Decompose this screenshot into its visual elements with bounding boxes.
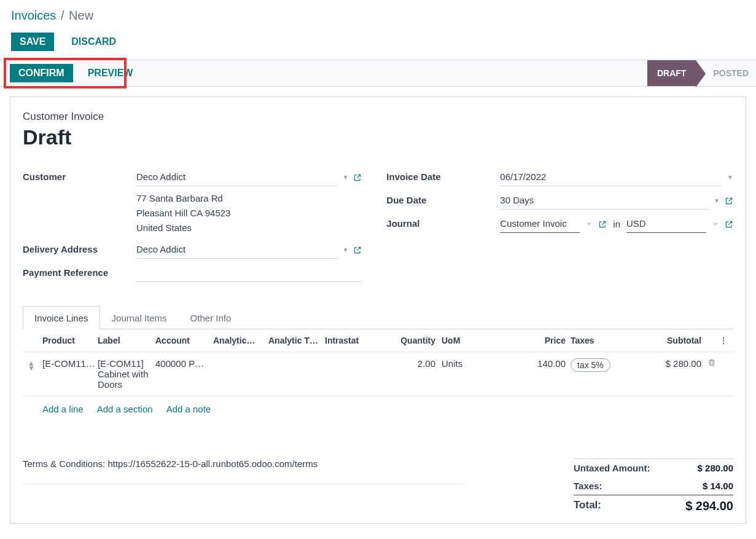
external-link-icon[interactable]: [353, 172, 362, 182]
terms-text[interactable]: Terms & Conditions: https://16552622-15-…: [23, 458, 465, 484]
stage-indicator: DRAFT POSTED: [647, 60, 756, 86]
status-bar: CONFIRM PREVIEW DRAFT POSTED: [0, 60, 756, 87]
cell-account[interactable]: 400000 P…: [155, 358, 213, 369]
invoice-type-label: Customer Invoice: [23, 111, 733, 123]
total-label: Total:: [574, 499, 601, 513]
add-links: Add a line Add a section Add a note: [23, 396, 733, 422]
total-value: $ 294.00: [685, 499, 733, 513]
save-button[interactable]: SAVE: [11, 33, 54, 51]
highlight-box: [4, 58, 127, 89]
invoice-date-label: Invoice Date: [386, 168, 500, 182]
due-date-label: Due Date: [386, 191, 500, 205]
drag-handle-icon[interactable]: ▲▼: [28, 358, 42, 371]
payref-input[interactable]: [136, 264, 362, 282]
journal-label: Journal: [386, 214, 500, 229]
delivery-label: Delivery Address: [23, 240, 136, 254]
delivery-select[interactable]: [136, 240, 337, 259]
col-uom[interactable]: UoM: [442, 336, 528, 345]
external-link-icon[interactable]: [353, 245, 362, 254]
chevron-down-icon[interactable]: ▼: [342, 246, 348, 253]
untaxed-value: $ 280.00: [698, 463, 733, 473]
taxes-total-value: $ 14.00: [703, 481, 733, 491]
customer-label: Customer: [23, 168, 136, 182]
external-link-icon[interactable]: [598, 219, 607, 229]
col-taxes[interactable]: Taxes: [571, 336, 632, 345]
cell-quantity[interactable]: 2.00: [380, 358, 442, 369]
add-line-link[interactable]: Add a line: [42, 404, 84, 414]
breadcrumb-root-link[interactable]: Invoices: [11, 9, 56, 22]
discard-button[interactable]: DISCARD: [63, 33, 125, 51]
add-section-link[interactable]: Add a section: [97, 404, 153, 414]
customer-address: 77 Santa Barbara Rd Pleasant Hill CA 945…: [136, 191, 230, 235]
grid-header: Product Label Account Analytic… Analytic…: [23, 329, 733, 352]
col-product[interactable]: Product: [42, 336, 98, 345]
journal-select[interactable]: [500, 214, 580, 233]
currency-select[interactable]: [626, 214, 706, 233]
col-label[interactable]: Label: [98, 336, 155, 345]
chevron-down-icon[interactable]: [712, 219, 719, 229]
cell-subtotal: $ 280.00: [632, 358, 705, 369]
chevron-down-icon[interactable]: [586, 219, 592, 229]
col-account[interactable]: Account: [155, 336, 213, 345]
kebab-icon[interactable]: ⋮: [719, 336, 728, 345]
taxes-total-label: Taxes:: [574, 481, 602, 491]
col-quantity[interactable]: Quantity: [380, 336, 442, 345]
cell-price[interactable]: 140.00: [528, 358, 571, 369]
col-intrastat[interactable]: Intrastat: [325, 336, 380, 345]
cell-label[interactable]: [E-COM11] Cabinet with Doors: [98, 358, 155, 390]
chevron-down-icon[interactable]: ▼: [714, 197, 720, 204]
breadcrumb: Invoices / New: [0, 0, 756, 26]
breadcrumb-sep: /: [60, 9, 66, 22]
untaxed-label: Untaxed Amount:: [574, 463, 650, 473]
form-sheet: Customer Invoice Draft Customer ▼ 77 San…: [10, 96, 746, 524]
col-analytic-tags[interactable]: Analytic T…: [268, 336, 325, 345]
stage-draft[interactable]: DRAFT: [647, 60, 696, 86]
invoice-date-input[interactable]: [500, 168, 722, 186]
cell-product[interactable]: [E-COM11…: [42, 358, 98, 369]
invoice-lines-grid: Product Label Account Analytic… Analytic…: [23, 329, 733, 422]
external-link-icon[interactable]: [725, 195, 733, 205]
cell-taxes[interactable]: tax 5%: [571, 358, 632, 372]
add-note-link[interactable]: Add a note: [166, 404, 211, 414]
page-title: Draft: [23, 125, 733, 149]
customer-select[interactable]: [136, 168, 337, 186]
external-link-icon[interactable]: [725, 219, 733, 229]
due-date-select[interactable]: [500, 191, 709, 210]
cell-uom[interactable]: Units: [442, 358, 528, 369]
delete-row-icon[interactable]: [705, 358, 719, 369]
chevron-down-icon[interactable]: ▼: [727, 174, 733, 181]
col-subtotal[interactable]: Subtotal: [632, 336, 705, 345]
col-analytic[interactable]: Analytic…: [213, 336, 268, 345]
tabs: Invoice Lines Journal Items Other Info: [23, 305, 733, 329]
table-row[interactable]: ▲▼ [E-COM11… [E-COM11] Cabinet with Door…: [23, 352, 733, 396]
breadcrumb-current: New: [69, 9, 93, 22]
journal-in-label: in: [613, 219, 620, 229]
totals: Untaxed Amount: $ 280.00 Taxes: $ 14.00 …: [574, 458, 733, 517]
toolbar: SAVE DISCARD: [0, 26, 756, 60]
payref-label: Payment Reference: [23, 264, 136, 278]
chevron-down-icon[interactable]: ▼: [342, 174, 348, 181]
tab-other-info[interactable]: Other Info: [179, 306, 243, 329]
tab-journal-items[interactable]: Journal Items: [100, 306, 179, 329]
tab-invoice-lines[interactable]: Invoice Lines: [23, 306, 100, 329]
col-price[interactable]: Price: [528, 336, 571, 345]
